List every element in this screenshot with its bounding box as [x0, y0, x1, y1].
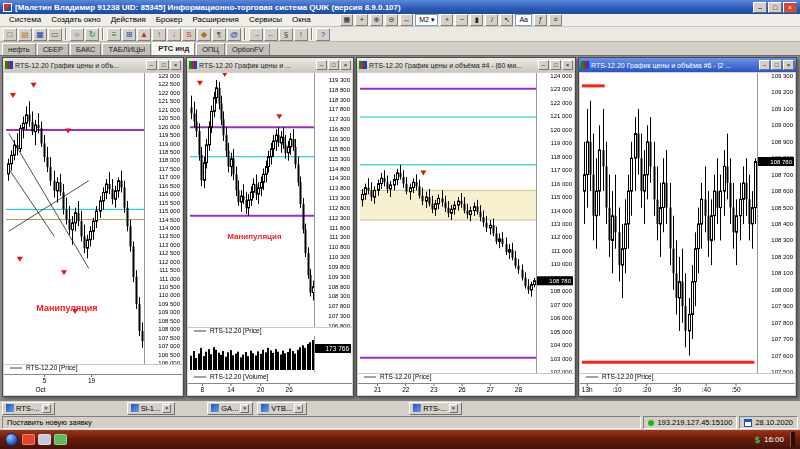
zoom-in-icon[interactable]: ⊕	[370, 14, 383, 26]
export-icon[interactable]: →	[249, 28, 263, 41]
chart-panel-1[interactable]: RTS-12.20 График цены и объ...–□×	[2, 57, 184, 397]
chart-panel-titlebar[interactable]: RTS-12.20 График цены и объ...–□×	[3, 58, 183, 72]
panel-maximize-button[interactable]: □	[328, 60, 339, 70]
connection-indicator-icon	[648, 420, 654, 426]
panel-minimize-button[interactable]: –	[316, 60, 327, 70]
chart-canvas-3[interactable]	[358, 73, 574, 395]
tab-optionfv[interactable]: OptionFV	[226, 43, 270, 55]
save-icon[interactable]: ▦	[33, 28, 47, 41]
panel-minimize-button[interactable]: –	[538, 60, 549, 70]
chart-workspace: RTS-12.20 График цены и объ...–□×RTS-12.…	[0, 55, 800, 400]
chart-canvas-4[interactable]	[580, 73, 795, 395]
line-draw-icon[interactable]: /	[485, 14, 498, 26]
pointer-icon[interactable]: ↖	[500, 14, 513, 26]
maximize-button[interactable]: □	[768, 2, 782, 13]
interval-minus-icon[interactable]: −	[455, 14, 468, 26]
help-icon[interactable]: ?	[316, 28, 330, 41]
mdi-window-button-5[interactable]: RTS-...×	[409, 402, 462, 415]
quotes-table-icon[interactable]: ≡	[107, 28, 121, 41]
indicator-icon[interactable]: ƒ	[534, 14, 547, 26]
toolbar-separator	[311, 28, 313, 40]
panel-minimize-button[interactable]: –	[759, 60, 770, 70]
alerts-icon[interactable]: !	[294, 28, 308, 41]
chart-canvas-2[interactable]	[188, 73, 352, 395]
panel-maximize-button[interactable]: □	[550, 60, 561, 70]
mdi-window-button-4[interactable]: VTB...×	[257, 402, 307, 415]
panel-minimize-button[interactable]: –	[146, 60, 157, 70]
portfolio-icon[interactable]: ◆	[197, 28, 211, 41]
chart-panel-2[interactable]: RTS-12.20 График цены и ...–□×	[186, 57, 354, 397]
messages-icon[interactable]: @	[227, 28, 241, 41]
show-desktop-button[interactable]	[790, 432, 795, 447]
chart-settings-icon[interactable]: ≡	[549, 14, 562, 26]
tab-sber[interactable]: СБЕР	[37, 43, 69, 55]
sell-order-icon[interactable]: ↓	[167, 28, 181, 41]
mdi-window-icon	[211, 404, 219, 412]
timeframe-select[interactable]: M2 ▾	[415, 14, 438, 26]
news-icon[interactable]: ¶	[212, 28, 226, 41]
tab-neft[interactable]: нефть	[2, 43, 36, 55]
taskbar-app-2[interactable]	[38, 434, 51, 445]
menu-okna[interactable]: Окна	[287, 14, 316, 26]
currency-tray-icon[interactable]: $	[755, 435, 760, 445]
taskbar-app-1[interactable]	[22, 434, 35, 445]
chart-grid-icon[interactable]: ▦	[340, 14, 353, 26]
crosshair-icon[interactable]: +	[355, 14, 368, 26]
refresh-icon[interactable]: ↻	[85, 28, 99, 41]
candle-style-icon[interactable]: ▮	[470, 14, 483, 26]
new-chart-icon[interactable]: ▲	[137, 28, 151, 41]
minimize-button[interactable]: –	[753, 2, 767, 13]
mdi-window-close-button[interactable]: ×	[240, 404, 249, 413]
new-window-icon[interactable]: □	[3, 28, 17, 41]
panel-close-button[interactable]: ×	[562, 60, 573, 70]
panel-close-button[interactable]: ×	[340, 60, 351, 70]
zoom-out-icon[interactable]: ⊖	[385, 14, 398, 26]
tab-tablicy[interactable]: ТАБЛИЦЫ	[102, 43, 151, 55]
chart-panel-3[interactable]: RTS-12.20 График цены и объёма #4 - [60 …	[356, 57, 576, 397]
panel-maximize-button[interactable]: □	[158, 60, 169, 70]
chart-panel-titlebar[interactable]: RTS-12.20 График цены и ...–□×	[187, 58, 353, 72]
mdi-window-button-1[interactable]: RTS-...×	[2, 402, 55, 415]
text-tool-icon[interactable]: Aa	[515, 14, 532, 26]
tab-opc[interactable]: ОПЦ	[196, 43, 225, 55]
menu-sistema[interactable]: Система	[4, 14, 46, 26]
toolbar-separator	[244, 28, 246, 40]
mdi-window-button-3[interactable]: GA...×	[207, 402, 253, 415]
mdi-window-close-button[interactable]: ×	[294, 404, 303, 413]
chart-panel-titlebar[interactable]: RTS-12.20 График цены и объёма #4 - [60 …	[357, 58, 575, 72]
buy-order-icon[interactable]: ↑	[152, 28, 166, 41]
menu-sozdat-okno[interactable]: Создать окно	[46, 14, 105, 26]
mdi-window-button-2[interactable]: Si-1...×	[127, 402, 176, 415]
pan-icon[interactable]: ↔	[400, 14, 413, 26]
menu-rasshireniya[interactable]: Расширения	[187, 14, 244, 26]
chart-panel-4[interactable]: RTS-12.20 График цены и объёма #6 - [2 .…	[578, 57, 797, 397]
tab-baks[interactable]: БАКС	[70, 43, 101, 55]
tab-rts-ind[interactable]: РТС инд	[152, 42, 195, 55]
connection-address: 193.219.127.45:15100	[657, 417, 732, 428]
scripts-icon[interactable]: §	[279, 28, 293, 41]
chart-canvas-1[interactable]	[4, 73, 182, 395]
menu-broker[interactable]: Брокер	[151, 14, 188, 26]
mdi-window-close-button[interactable]: ×	[42, 404, 51, 413]
mdi-window-close-button[interactable]: ×	[449, 404, 458, 413]
panel-close-button[interactable]: ×	[170, 60, 181, 70]
close-button[interactable]: ×	[783, 2, 797, 13]
import-icon[interactable]: ←	[264, 28, 278, 41]
print-icon[interactable]: ▭	[48, 28, 62, 41]
open-file-icon[interactable]: ▤	[18, 28, 32, 41]
chart-window-icon	[359, 61, 367, 69]
menu-servisy[interactable]: Сервисы	[244, 14, 287, 26]
panel-maximize-button[interactable]: □	[771, 60, 782, 70]
stop-order-icon[interactable]: S	[182, 28, 196, 41]
interval-plus-icon[interactable]: +	[440, 14, 453, 26]
chart-panel-title: RTS-12.20 График цены и объёма #4 - [60 …	[369, 62, 536, 69]
chart-panel-titlebar[interactable]: RTS-12.20 График цены и объёма #6 - [2 .…	[579, 58, 796, 72]
start-button[interactable]	[5, 433, 18, 446]
mdi-window-close-button[interactable]: ×	[162, 404, 171, 413]
new-table-icon[interactable]: ⊞	[122, 28, 136, 41]
search-icon[interactable]: ○	[70, 28, 84, 41]
taskbar-app-3[interactable]	[54, 434, 67, 445]
panel-close-button[interactable]: ×	[783, 60, 794, 70]
connection-status: 193.219.127.45:15100	[643, 416, 737, 429]
menu-deystviya[interactable]: Действия	[106, 14, 151, 26]
